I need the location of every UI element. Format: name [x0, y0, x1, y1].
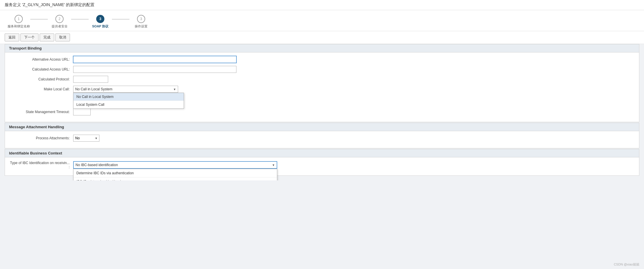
make-local-call-row: Make Local Call: No Call in Local System…	[9, 86, 635, 93]
ibc-option-auth[interactable]: Determine IBC IDs via authentication	[73, 169, 277, 177]
make-local-call-select[interactable]: No Call in Local System ▼	[73, 86, 178, 93]
step-1-circle: 1	[15, 15, 23, 23]
process-attachments-row: Process Attachments: No Yes ▼	[9, 135, 635, 142]
ibc-type-label: Type of IBC Identification on receivin..…	[9, 161, 73, 169]
ibc-type-value: No IBC-based identification	[76, 163, 272, 167]
step-3-circle: 3	[96, 15, 104, 23]
ibc-section: Identifiable Business Context Type of IB…	[5, 149, 639, 176]
state-timeout-input[interactable]: 0	[73, 108, 91, 115]
step-4-circle: 3	[137, 15, 145, 23]
calc-access-url-input[interactable]	[73, 66, 236, 73]
state-timeout-control: 0	[73, 108, 184, 115]
calc-access-url-label: Calculated Access URL:	[9, 67, 73, 71]
alt-access-url-input[interactable]	[73, 56, 236, 63]
transport-binding-body: Alternative Access URL: Calculated Acces…	[5, 52, 639, 122]
finish-button[interactable]: 完成	[40, 34, 54, 41]
ibc-dropdown-wrapper: No IBC-based identification ▼ Determine …	[73, 161, 277, 169]
process-attachments-dropdown-wrapper: No Yes ▼	[73, 135, 99, 142]
ibc-type-row: Type of IBC Identification on receivin..…	[9, 161, 635, 169]
alt-access-url-label: Alternative Access URL:	[9, 57, 73, 61]
page-title: 服务定义 'Z_GLYN_JOIN_NAME' 的新绑定的配置	[0, 0, 644, 10]
make-local-call-popup: No Call in Local System Local System Cal…	[73, 93, 184, 109]
make-local-call-label: Make Local Call:	[9, 87, 73, 91]
content-area: Transport Binding Alternative Access URL…	[0, 44, 644, 180]
process-attachments-select[interactable]: No Yes	[73, 135, 99, 142]
dropdown-item-no-call[interactable]: No Call in Local System	[73, 93, 184, 101]
message-attachment-body: Process Attachments: No Yes ▼	[5, 131, 639, 148]
step-4: 3 操作设置	[129, 15, 153, 29]
chevron-down-icon-ibc: ▼	[272, 163, 275, 167]
ibc-type-select[interactable]: No IBC-based identification ▼	[73, 161, 277, 169]
transport-binding-section: Transport Binding Alternative Access URL…	[5, 44, 639, 122]
make-local-call-control: No Call in Local System ▼ No Call in Loc…	[73, 86, 184, 93]
toolbar: 返回 下一个 完成 取消	[0, 31, 644, 44]
calc-protocol-control: HTTP	[73, 76, 184, 83]
calc-access-url-control	[73, 66, 184, 73]
step-line-3	[112, 19, 129, 20]
message-attachment-header: Message Attachment Handling	[5, 123, 639, 131]
ibc-dropdown-popup: Determine IBC IDs via authentication IBC…	[73, 169, 277, 180]
step-4-label: 操作设置	[135, 24, 148, 29]
back-button[interactable]: 返回	[5, 34, 19, 41]
step-1-label: 服务和绑定名称	[8, 24, 30, 29]
ibc-type-control: No IBC-based identification ▼ Determine …	[73, 161, 277, 169]
step-3-label: SOAP 协议	[92, 24, 108, 29]
ibc-option-header[interactable]: IBC IDs determined by Header	[73, 177, 277, 180]
calc-protocol-label: Calculated Protocol:	[9, 77, 73, 81]
step-2-circle: 2	[55, 15, 64, 23]
make-local-call-value: No Call in Local System	[75, 87, 173, 91]
calc-access-url-row: Calculated Access URL:	[9, 66, 635, 73]
step-2: 2 提供者安全	[48, 15, 71, 29]
alt-access-url-control	[73, 56, 184, 63]
ibc-header: Identifiable Business Context	[5, 149, 639, 157]
make-local-call-dropdown-wrapper: No Call in Local System ▼ No Call in Loc…	[73, 86, 178, 93]
alt-access-url-row: Alternative Access URL:	[9, 56, 635, 63]
calc-protocol-input[interactable]: HTTP	[73, 76, 108, 83]
wizard-steps: 1 服务和绑定名称 2 提供者安全 3 SOAP 协议 3 操作设置	[0, 10, 644, 31]
dropdown-item-local-call[interactable]: Local System Call	[73, 101, 184, 108]
state-timeout-label: State Management Timeout:	[9, 110, 73, 114]
ibc-body: Type of IBC Identification on receivin..…	[5, 157, 639, 175]
cancel-button[interactable]: 取消	[55, 34, 70, 41]
chevron-down-icon: ▼	[173, 88, 176, 91]
step-1: 1 服务和绑定名称	[7, 15, 30, 29]
process-attachments-control: No Yes ▼	[73, 135, 184, 142]
step-line-2	[71, 19, 89, 20]
transport-binding-header: Transport Binding	[5, 44, 639, 52]
step-3: 3 SOAP 协议	[89, 15, 112, 29]
process-attachments-label: Process Attachments:	[9, 136, 73, 140]
next-button[interactable]: 下一个	[20, 34, 38, 41]
step-line-1	[30, 19, 48, 20]
message-attachment-section: Message Attachment Handling Process Atta…	[5, 123, 639, 148]
step-2-label: 提供者安全	[52, 24, 68, 29]
calc-protocol-row: Calculated Protocol: HTTP	[9, 76, 635, 83]
